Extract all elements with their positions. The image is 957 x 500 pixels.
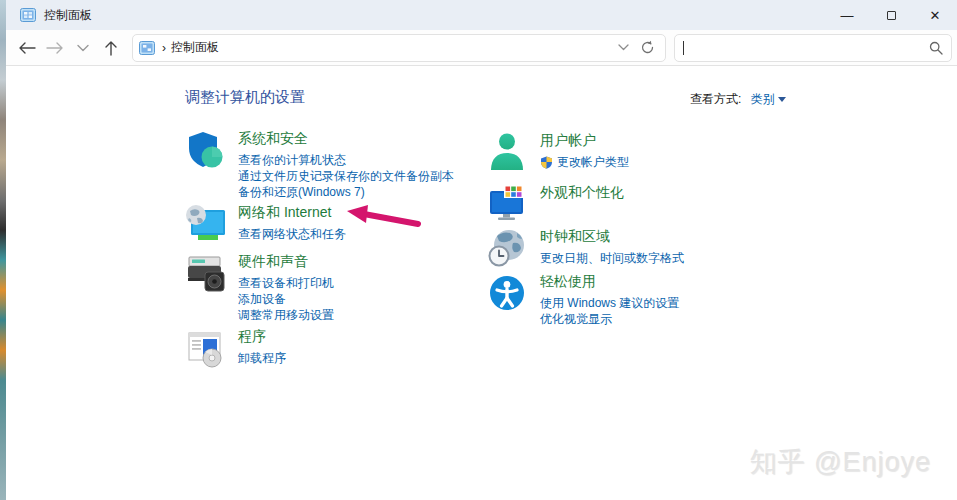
navigation-toolbar: › 控制面板: [6, 30, 957, 66]
category-hardware-sound: 硬件和声音 查看设备和打印机 添加设备 调整常用移动设置: [185, 253, 334, 323]
network-internet-icon[interactable]: [185, 204, 227, 244]
category-appearance-personalization: 外观和个性化: [487, 184, 624, 224]
dropdown-arrow-icon: [778, 97, 786, 102]
minimize-button[interactable]: —: [825, 0, 869, 30]
breadcrumb-location-icon: [139, 41, 155, 55]
category-user-accounts: 用户帐户 更改帐户类型: [487, 132, 629, 172]
page-title: 调整计算机的设置: [185, 88, 305, 107]
back-icon: [18, 41, 36, 55]
text-cursor: [683, 41, 684, 55]
annotation-arrow: [344, 203, 426, 233]
refresh-button[interactable]: [635, 36, 659, 60]
address-bar[interactable]: › 控制面板: [132, 34, 666, 62]
category-title-user-accounts[interactable]: 用户帐户: [540, 132, 629, 150]
address-dropdown-button[interactable]: [611, 36, 635, 60]
uac-shield-icon: [540, 156, 553, 169]
task-link-mobility-settings[interactable]: 调整常用移动设置: [238, 307, 334, 323]
title-bar: 控制面板 — ✕: [6, 0, 957, 30]
task-link-change-date-time[interactable]: 更改日期、时间或数字格式: [540, 250, 684, 266]
task-link-suggested-settings[interactable]: 使用 Windows 建议的设置: [540, 295, 679, 311]
up-button[interactable]: [98, 35, 124, 61]
view-by-label: 查看方式:: [690, 92, 741, 106]
task-link-label: 更改帐户类型: [557, 154, 629, 170]
category-title-hardware-sound[interactable]: 硬件和声音: [238, 253, 334, 271]
forward-icon: [46, 41, 64, 55]
ease-of-access-icon[interactable]: [487, 273, 529, 313]
clock-region-icon[interactable]: [487, 228, 529, 268]
task-link-optimize-visual[interactable]: 优化视觉显示: [540, 311, 679, 327]
system-security-icon[interactable]: [185, 130, 227, 170]
user-accounts-icon[interactable]: [487, 132, 529, 172]
chevron-down-icon: [77, 44, 89, 52]
breadcrumb-separator: ›: [162, 41, 166, 55]
category-title-appearance-personalization[interactable]: 外观和个性化: [540, 184, 624, 202]
control-panel-home: 调整计算机的设置 查看方式: 类别 系统和安全 查看你的计算机状态 通过文件历史…: [6, 67, 957, 500]
control-panel-window: 控制面板 — ✕: [6, 0, 957, 500]
task-link-file-history[interactable]: 通过文件历史记录保存你的文件备份副本: [238, 168, 454, 184]
task-link-uninstall-program[interactable]: 卸载程序: [238, 350, 286, 366]
hardware-sound-icon[interactable]: [185, 253, 227, 293]
maximize-button[interactable]: [869, 0, 913, 30]
chevron-down-icon: [618, 44, 629, 51]
task-link-devices-printers[interactable]: 查看设备和打印机: [238, 275, 334, 291]
category-system-security: 系统和安全 查看你的计算机状态 通过文件历史记录保存你的文件备份副本 备份和还原…: [185, 130, 454, 200]
search-input[interactable]: [674, 34, 952, 62]
category-ease-of-access: 轻松使用 使用 Windows 建议的设置 优化视觉显示: [487, 273, 679, 327]
view-by-control: 查看方式: 类别: [690, 91, 786, 108]
forward-button[interactable]: [42, 35, 68, 61]
category-clock-region: 时钟和区域 更改日期、时间或数字格式: [487, 228, 684, 268]
view-by-dropdown[interactable]: 类别: [751, 92, 775, 106]
category-title-network-internet[interactable]: 网络和 Internet: [238, 204, 346, 222]
back-button[interactable]: [14, 35, 40, 61]
control-panel-icon: [20, 8, 36, 22]
category-title-system-security[interactable]: 系统和安全: [238, 130, 454, 148]
programs-icon[interactable]: [185, 328, 227, 368]
recent-locations-button[interactable]: [70, 35, 96, 61]
task-link-network-status[interactable]: 查看网络状态和任务: [238, 226, 346, 242]
breadcrumb-control-panel[interactable]: 控制面板: [171, 39, 219, 56]
search-icon: [929, 41, 943, 55]
category-programs: 程序 卸载程序: [185, 328, 286, 368]
up-icon: [104, 40, 118, 56]
appearance-personalization-icon[interactable]: [487, 184, 529, 224]
close-button[interactable]: ✕: [913, 0, 957, 30]
category-title-clock-region[interactable]: 时钟和区域: [540, 228, 684, 246]
window-title: 控制面板: [44, 7, 92, 24]
task-link-computer-status[interactable]: 查看你的计算机状态: [238, 152, 454, 168]
task-link-change-account-type[interactable]: 更改帐户类型: [540, 154, 629, 170]
refresh-icon: [640, 40, 655, 55]
watermark: 知乎 @Enjoye: [750, 444, 931, 480]
category-title-ease-of-access[interactable]: 轻松使用: [540, 273, 679, 291]
task-link-backup-restore[interactable]: 备份和还原(Windows 7): [238, 184, 454, 200]
category-network-internet: 网络和 Internet 查看网络状态和任务: [185, 204, 346, 244]
category-title-programs[interactable]: 程序: [238, 328, 286, 346]
task-link-add-device[interactable]: 添加设备: [238, 291, 334, 307]
maximize-icon: [887, 11, 896, 20]
